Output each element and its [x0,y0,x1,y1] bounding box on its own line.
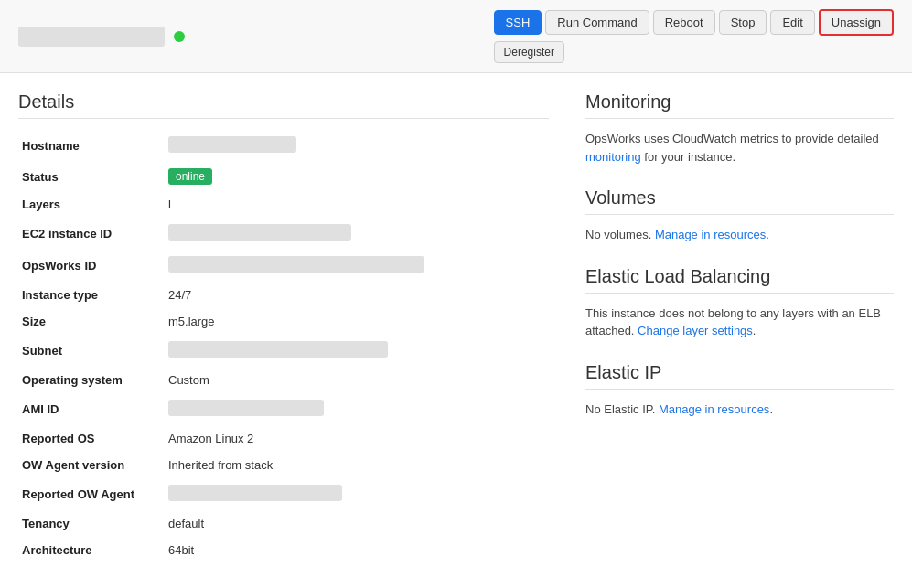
status-badge: online [168,168,212,185]
detail-placeholder [168,136,296,153]
details-panel: Details HostnameStatusonlineLayerslEC2 i… [18,91,549,563]
status-indicator-dot [174,31,185,42]
detail-label: OW Agent version [18,452,165,478]
deregister-button[interactable]: Deregister [494,41,564,63]
detail-value [165,478,549,510]
table-row: EC2 instance ID [18,218,549,250]
detail-label: Reported OS [18,425,165,452]
volumes-title: Volumes [585,187,894,215]
detail-label: Tenancy [18,510,165,537]
volumes-suffix: . [766,228,769,241]
edit-button[interactable]: Edit [770,10,814,35]
monitoring-title: Monitoring [585,91,894,119]
detail-value: default [165,510,549,537]
elb-title: Elastic Load Balancing [585,266,894,294]
elastic-ip-text: No Elastic IP. Manage in resources. [585,401,894,419]
detail-label: Size [18,308,165,335]
detail-placeholder [168,485,342,501]
volumes-manage-link[interactable]: Manage in resources [655,228,766,241]
detail-placeholder [168,256,424,273]
table-row: Hostname [18,130,549,162]
detail-label: EC2 instance ID [18,218,165,250]
monitoring-section: Monitoring OpsWorks uses CloudWatch metr… [585,91,894,166]
elastic-ip-section: Elastic IP No Elastic IP. Manage in reso… [585,362,894,419]
elastic-ip-manage-link[interactable]: Manage in resources [659,402,769,416]
details-title: Details [18,91,549,119]
table-row: Architecture64bit [18,537,549,563]
monitoring-link[interactable]: monitoring [585,150,641,164]
detail-label: Reported OW Agent [18,478,165,510]
detail-label: Subnet [18,335,165,367]
detail-value [165,250,549,282]
table-row: Sizem5.large [18,308,549,335]
ssh-button[interactable]: SSH [494,10,542,35]
detail-value [165,393,549,425]
table-row: Reported OW Agent [18,478,549,510]
volumes-prefix: No volumes. [585,228,655,241]
detail-label: Layers [18,191,165,218]
monitoring-prefix: OpsWorks uses CloudWatch metrics to prov… [585,132,879,145]
right-panel: Monitoring OpsWorks uses CloudWatch metr… [585,91,894,563]
reboot-button[interactable]: Reboot [653,10,715,35]
detail-label: Hostname [18,130,165,162]
detail-value: 24/7 [165,282,549,308]
table-row: Subnet [18,335,549,367]
toolbar-buttons: SSH Run Command Reboot Stop Edit Unassig… [494,9,894,63]
instance-name-placeholder [18,27,165,47]
table-row: Tenancydefault [18,510,549,537]
elb-change-link[interactable]: Change layer settings [638,324,753,337]
detail-label: AMI ID [18,393,165,425]
table-row: Operating systemCustom [18,367,549,393]
detail-placeholder [168,224,351,241]
elb-text: This instance does not belong to any lay… [585,305,894,340]
table-row: Statusonline [18,162,549,191]
run-command-button[interactable]: Run Command [545,10,649,35]
detail-label: Status [18,162,165,191]
details-table: HostnameStatusonlineLayerslEC2 instance … [18,130,549,563]
table-row: OW Agent versionInherited from stack [18,452,549,478]
detail-value: Inherited from stack [165,452,549,478]
elastic-ip-title: Elastic IP [585,362,894,390]
detail-value: online [165,162,549,191]
detail-label: OpsWorks ID [18,250,165,282]
detail-value: Amazon Linux 2 [165,425,549,452]
table-row: OpsWorks ID [18,250,549,282]
elastic-ip-suffix: . [769,402,773,416]
elastic-ip-prefix: No Elastic IP. [585,402,659,416]
table-row: Layersl [18,191,549,218]
detail-value: m5.large [165,308,549,335]
toolbar-main-row: SSH Run Command Reboot Stop Edit Unassig… [494,9,894,36]
elb-section: Elastic Load Balancing This instance doe… [585,266,894,340]
unassign-button[interactable]: Unassign [819,9,894,36]
detail-value: 64bit [165,537,549,563]
main-content: Details HostnameStatusonlineLayerslEC2 i… [0,73,912,582]
toolbar-deregister-row: Deregister [494,41,564,63]
table-row: AMI ID [18,393,549,425]
top-bar: SSH Run Command Reboot Stop Edit Unassig… [0,0,912,73]
monitoring-suffix: for your instance. [641,150,735,164]
instance-name-bar [18,27,494,47]
detail-placeholder [168,341,388,358]
stop-button[interactable]: Stop [719,10,767,35]
detail-value [165,335,549,367]
detail-label: Operating system [18,367,165,393]
detail-value [165,218,549,250]
elb-suffix: . [753,324,756,337]
detail-label: Architecture [18,537,165,563]
monitoring-text: OpsWorks uses CloudWatch metrics to prov… [585,130,894,166]
detail-label: Instance type [18,282,165,308]
detail-value: Custom [165,367,549,393]
table-row: Reported OSAmazon Linux 2 [18,425,549,452]
table-row: Instance type24/7 [18,282,549,308]
detail-value: l [165,191,549,218]
volumes-section: Volumes No volumes. Manage in resources. [585,187,894,244]
detail-value [165,130,549,162]
detail-placeholder [168,400,324,416]
volumes-text: No volumes. Manage in resources. [585,226,894,244]
